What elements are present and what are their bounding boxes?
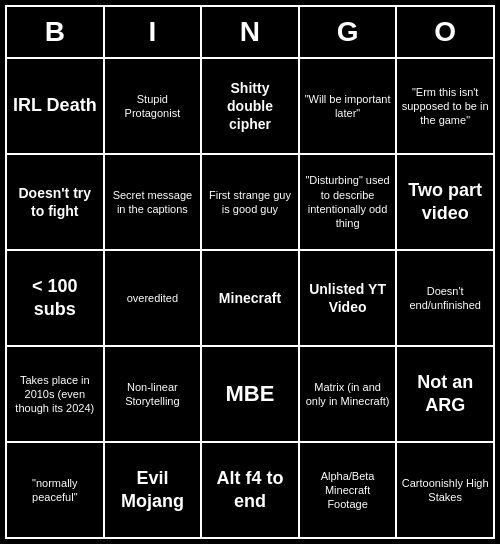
cell-text: Alt f4 to end xyxy=(206,467,294,514)
header-letter: I xyxy=(105,7,203,57)
bingo-cell: MBE xyxy=(202,347,300,441)
header-letter: O xyxy=(397,7,493,57)
bingo-cell: < 100 subs xyxy=(7,251,105,345)
bingo-cell: Minecraft xyxy=(202,251,300,345)
cell-text: Shitty double cipher xyxy=(206,79,294,134)
cell-text: Two part video xyxy=(401,179,489,226)
bingo-cell: Cartoonishly High Stakes xyxy=(397,443,493,537)
bingo-cell: Matrix (in and only in Minecraft) xyxy=(300,347,398,441)
bingo-row: "normally peaceful"Evil MojangAlt f4 to … xyxy=(7,443,493,537)
bingo-row: Takes place in 2010s (even though its 20… xyxy=(7,347,493,443)
cell-text: "Erm this isn't supposed to be in the ga… xyxy=(401,85,489,128)
cell-text: Evil Mojang xyxy=(109,467,197,514)
bingo-cell: Stupid Protagonist xyxy=(105,59,203,153)
bingo-cell: "normally peaceful" xyxy=(7,443,105,537)
cell-text: First strange guy is good guy xyxy=(206,188,294,217)
cell-text: Doesn't try to fight xyxy=(11,184,99,220)
bingo-cell: IRL Death xyxy=(7,59,105,153)
cell-text: IRL Death xyxy=(13,94,97,117)
cell-text: Alpha/Beta Minecraft Footage xyxy=(304,469,392,512)
bingo-cell: Takes place in 2010s (even though its 20… xyxy=(7,347,105,441)
header-letter: G xyxy=(300,7,398,57)
bingo-grid: IRL DeathStupid ProtagonistShitty double… xyxy=(7,59,493,537)
bingo-cell: Not an ARG xyxy=(397,347,493,441)
bingo-cell: Unlisted YT Video xyxy=(300,251,398,345)
bingo-row: < 100 subsovereditedMinecraftUnlisted YT… xyxy=(7,251,493,347)
cell-text: Not an ARG xyxy=(401,371,489,418)
bingo-cell: Evil Mojang xyxy=(105,443,203,537)
cell-text: Stupid Protagonist xyxy=(109,92,197,121)
cell-text: "Disturbing" used to describe intentiona… xyxy=(304,173,392,230)
cell-text: Doesn't end/unfinished xyxy=(401,284,489,313)
bingo-cell: First strange guy is good guy xyxy=(202,155,300,249)
bingo-header: BINGO xyxy=(7,7,493,59)
cell-text: Unlisted YT Video xyxy=(304,280,392,316)
cell-text: < 100 subs xyxy=(11,275,99,322)
bingo-cell: "Disturbing" used to describe intentiona… xyxy=(300,155,398,249)
cell-text: Matrix (in and only in Minecraft) xyxy=(304,380,392,409)
cell-text: Minecraft xyxy=(219,289,281,307)
bingo-cell: Two part video xyxy=(397,155,493,249)
header-letter: B xyxy=(7,7,105,57)
bingo-cell: Secret message in the captions xyxy=(105,155,203,249)
cell-text: overedited xyxy=(127,291,178,305)
bingo-cell: Shitty double cipher xyxy=(202,59,300,153)
cell-text: Takes place in 2010s (even though its 20… xyxy=(11,373,99,416)
bingo-cell: overedited xyxy=(105,251,203,345)
bingo-cell: "Erm this isn't supposed to be in the ga… xyxy=(397,59,493,153)
bingo-cell: "Will be important later" xyxy=(300,59,398,153)
bingo-cell: Non-linear Storytelling xyxy=(105,347,203,441)
bingo-row: Doesn't try to fightSecret message in th… xyxy=(7,155,493,251)
bingo-cell: Doesn't end/unfinished xyxy=(397,251,493,345)
cell-text: "Will be important later" xyxy=(304,92,392,121)
cell-text: MBE xyxy=(226,380,275,409)
header-letter: N xyxy=(202,7,300,57)
bingo-row: IRL DeathStupid ProtagonistShitty double… xyxy=(7,59,493,155)
bingo-cell: Alpha/Beta Minecraft Footage xyxy=(300,443,398,537)
bingo-cell: Doesn't try to fight xyxy=(7,155,105,249)
cell-text: Cartoonishly High Stakes xyxy=(401,476,489,505)
bingo-card: BINGO IRL DeathStupid ProtagonistShitty … xyxy=(5,5,495,539)
cell-text: Secret message in the captions xyxy=(109,188,197,217)
cell-text: "normally peaceful" xyxy=(11,476,99,505)
bingo-cell: Alt f4 to end xyxy=(202,443,300,537)
cell-text: Non-linear Storytelling xyxy=(109,380,197,409)
